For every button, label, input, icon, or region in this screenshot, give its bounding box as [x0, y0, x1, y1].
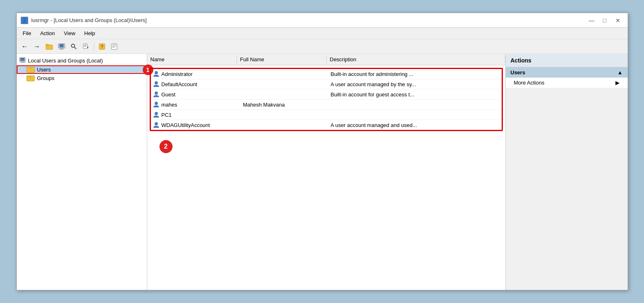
user-desc-2: Built-in account for guest access t... [331, 91, 500, 98]
more-actions-label: More Actions [514, 80, 544, 86]
svg-point-23 [155, 71, 158, 74]
menu-view[interactable]: View [60, 29, 80, 38]
user-row-icon [153, 111, 160, 118]
computer-button[interactable] [56, 41, 67, 52]
toolbar: ← → ? [17, 39, 628, 54]
svg-rect-3 [60, 44, 64, 47]
user-name-1: DefaultAccount [162, 81, 243, 87]
title-bar-left: 👤 lusrmgr - [Local Users and Groups (Loc… [21, 17, 147, 24]
title-controls: — □ ✕ [586, 16, 624, 25]
table-row[interactable]: WDAGUtilityAccount A user account manage… [151, 120, 502, 130]
properties-button[interactable] [108, 41, 120, 52]
user-desc-5: A user account managed and used... [331, 122, 500, 128]
table-row[interactable]: mahes Mahesh Makvana [151, 100, 502, 110]
svg-point-29 [155, 102, 158, 105]
svg-point-27 [155, 91, 158, 95]
svg-point-33 [155, 122, 158, 125]
actions-panel: Actions Users ▲ More Actions ▶ [505, 54, 628, 290]
forward-button[interactable]: → [31, 41, 43, 52]
badge-2-area: 2 [147, 134, 505, 153]
user-row-icon [153, 91, 160, 98]
list-header: Name Full Name Description [147, 54, 505, 65]
open-button[interactable] [44, 41, 55, 52]
close-button[interactable]: ✕ [612, 16, 624, 25]
table-row[interactable]: Administrator Built-in account for admin… [151, 69, 502, 79]
svg-point-6 [71, 44, 75, 47]
user-row-icon [153, 70, 160, 78]
users-folder-icon [27, 67, 34, 73]
svg-line-7 [74, 47, 76, 49]
actions-title: Actions [506, 54, 628, 67]
user-fullname-3: Mahesh Makvana [243, 102, 331, 108]
svg-rect-22 [20, 62, 25, 63]
actions-group-label: Users [511, 69, 525, 76]
sidebar-users-label: Users [37, 67, 51, 73]
table-row[interactable]: DefaultAccount A user account managed by… [151, 79, 502, 89]
user-row-icon [153, 80, 160, 88]
user-name-2: Guest [162, 91, 243, 98]
svg-rect-1 [46, 44, 49, 46]
col-header-description[interactable]: Description [327, 56, 505, 63]
more-actions-arrow-icon: ▶ [615, 80, 620, 86]
svg-rect-5 [60, 49, 64, 50]
main-window: 👤 lusrmgr - [Local Users and Groups (Loc… [16, 13, 628, 290]
actions-group-users[interactable]: Users ▲ [506, 67, 628, 78]
svg-point-31 [155, 112, 158, 115]
user-name-3: mahes [162, 102, 243, 108]
title-bar: 👤 lusrmgr - [Local Users and Groups (Loc… [17, 13, 628, 28]
user-desc-1: A user account managed by the sy... [331, 81, 500, 87]
sidebar: Local Users and Groups (Local) Users 1 G… [17, 54, 147, 290]
sidebar-root-item[interactable]: Local Users and Groups (Local) [17, 56, 147, 65]
minimize-button[interactable]: — [586, 16, 598, 25]
svg-rect-21 [21, 62, 24, 62]
sidebar-item-groups[interactable]: Groups [17, 74, 147, 82]
user-name-4: PC1 [162, 112, 243, 118]
menu-help[interactable]: Help [80, 29, 100, 38]
sidebar-root-label: Local Users and Groups (Local) [28, 58, 103, 64]
window-title: lusrmgr - [Local Users and Groups (Local… [31, 17, 147, 23]
table-row[interactable]: PC1 [151, 110, 502, 120]
main-area: Local Users and Groups (Local) Users 1 G… [17, 54, 628, 290]
users-table: Administrator Built-in account for admin… [150, 68, 503, 131]
svg-rect-15 [111, 44, 117, 49]
help-button[interactable]: ? [96, 41, 108, 52]
svg-rect-20 [20, 58, 24, 61]
sidebar-groups-label: Groups [37, 75, 55, 81]
col-header-name[interactable]: Name [147, 56, 237, 63]
svg-rect-8 [83, 44, 87, 49]
maximize-button[interactable]: □ [599, 16, 611, 25]
back-button[interactable]: ← [19, 41, 31, 52]
menu-file[interactable]: File [18, 29, 36, 38]
user-row-icon [153, 101, 160, 108]
computer-tree-icon [19, 57, 27, 64]
menu-bar: File Action View Help [17, 28, 628, 39]
svg-rect-4 [60, 48, 63, 49]
svg-point-25 [155, 81, 158, 85]
export-button[interactable] [80, 41, 92, 52]
content-area: Name Full Name Description Administrator… [147, 54, 505, 290]
sidebar-item-users[interactable]: Users 1 [17, 65, 147, 74]
svg-text:?: ? [100, 44, 103, 49]
user-row-icon [153, 121, 160, 129]
actions-group-collapse-icon: ▲ [617, 69, 623, 76]
menu-action[interactable]: Action [35, 29, 59, 38]
col-header-fullname[interactable]: Full Name [237, 56, 327, 63]
user-name-5: WDAGUtilityAccount [162, 122, 243, 128]
badge-2: 2 [159, 140, 173, 153]
app-icon: 👤 [21, 17, 28, 24]
groups-folder-icon [27, 76, 34, 81]
table-row[interactable]: Guest Built-in account for guest access … [151, 89, 502, 100]
user-desc-0: Built-in account for administering ... [331, 71, 500, 77]
search-button[interactable] [68, 41, 80, 52]
toolbar-separator [94, 42, 94, 51]
actions-more-actions[interactable]: More Actions ▶ [506, 78, 628, 88]
user-name-0: Administrator [162, 71, 243, 77]
